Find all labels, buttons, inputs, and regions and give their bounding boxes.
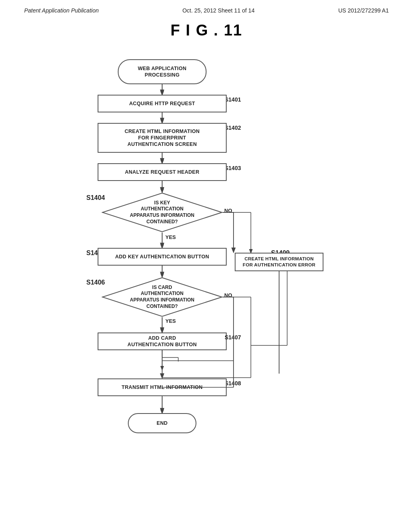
s1407-text: ADD CARDAUTHENTICATION BUTTON — [127, 335, 197, 348]
s1402-node: CREATE HTML INFORMATIONFOR FINGERPRINTAU… — [98, 123, 227, 153]
s1406-text: IS CARDAUTHENTICATIONAPPARATUS INFORMATI… — [130, 285, 194, 310]
s1407-step: S1407 — [225, 334, 241, 341]
s1407-node: ADD CARDAUTHENTICATION BUTTON — [98, 332, 227, 350]
s1403-text: ANALYZE REQUEST HEADER — [125, 169, 200, 175]
s1406-diamond: IS CARDAUTHENTICATIONAPPARATUS INFORMATI… — [102, 277, 223, 317]
page-header: Patent Application Publication Oct. 25, … — [0, 0, 413, 18]
s1408-step: S1408 — [225, 380, 241, 387]
main-content: F I G . 11 — [0, 18, 413, 503]
s1405-text: ADD KEY AUTHENTICATION BUTTON — [115, 254, 209, 260]
s1404-text: IS KEYAUTHENTICATIONAPPARATUS INFORMATIO… — [130, 200, 194, 225]
header-left: Patent Application Publication — [24, 7, 99, 14]
header-right: US 2012/272299 A1 — [338, 7, 389, 14]
figure-title: F I G . 11 — [171, 22, 242, 39]
s1402-text: CREATE HTML INFORMATIONFOR FINGERPRINTAU… — [125, 128, 200, 148]
s1406-yes-label: YES — [165, 318, 176, 324]
s1404-diamond: IS KEYAUTHENTICATIONAPPARATUS INFORMATIO… — [102, 192, 223, 233]
s1409-node: CREATE HTML INFORMATIONFOR AUTHENTICATIO… — [235, 253, 323, 271]
s1401-text: ACQUIRE HTTP REQUEST — [129, 100, 195, 107]
s1405-node: ADD KEY AUTHENTICATION BUTTON — [98, 248, 227, 266]
s1406-no-label: NO — [224, 292, 232, 298]
flowchart: WEB APPLICATIONPROCESSING S1401 ACQUIRE … — [53, 51, 360, 503]
s1401-label: S1401 — [225, 96, 241, 103]
start-node: WEB APPLICATIONPROCESSING — [118, 59, 206, 84]
s1409-text: CREATE HTML INFORMATIONFOR AUTHENTICATIO… — [243, 256, 315, 268]
s1403-label: S1403 — [225, 165, 241, 171]
s1408-node: TRANSMIT HTML INFORMATION — [98, 378, 227, 396]
end-label: END — [156, 420, 167, 426]
s1401-node: ACQUIRE HTTP REQUEST — [98, 95, 227, 112]
s1404-yes-label: YES — [165, 234, 176, 240]
s1404-no-label: NO — [224, 208, 232, 214]
start-label: WEB APPLICATIONPROCESSING — [138, 65, 186, 79]
s1402-label: S1402 — [225, 125, 241, 131]
s1408-text: TRANSMIT HTML INFORMATION — [122, 384, 203, 391]
header-center: Oct. 25, 2012 Sheet 11 of 14 — [182, 7, 254, 14]
s1403-node: ANALYZE REQUEST HEADER — [98, 163, 227, 181]
end-node: END — [128, 413, 196, 433]
